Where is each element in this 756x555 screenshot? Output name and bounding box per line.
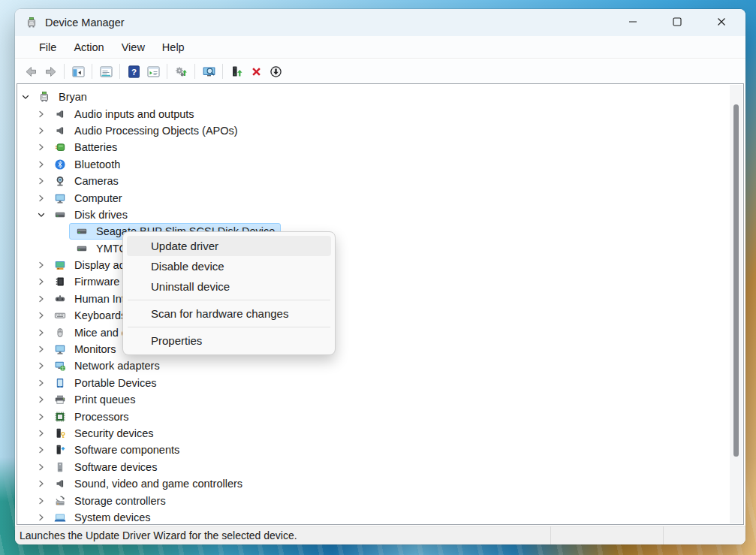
chevron-collapsed-icon[interactable] bbox=[35, 276, 47, 288]
properties-button[interactable] bbox=[96, 62, 116, 81]
toolbar-separator bbox=[167, 64, 167, 79]
chevron-collapsed-icon[interactable] bbox=[35, 427, 47, 439]
disable-device-button[interactable] bbox=[266, 62, 285, 81]
remote-computer-search-button[interactable] bbox=[199, 62, 218, 81]
chevron-collapsed-icon[interactable] bbox=[35, 141, 47, 153]
titlebar[interactable]: Device Manager bbox=[15, 9, 745, 36]
tree-item-content[interactable]: Print queues bbox=[47, 391, 141, 408]
vertical-scrollbar[interactable] bbox=[730, 85, 742, 523]
tree-item-audio-processing-objects-apos[interactable]: Audio Processing Objects (APOs) bbox=[17, 122, 730, 139]
tree-item-disk-drives[interactable]: Disk drives bbox=[17, 207, 730, 223]
tree-item-content[interactable]: Bluetooth bbox=[47, 156, 126, 173]
context-menu-item-uninstall-device[interactable]: Uninstall device bbox=[127, 276, 331, 297]
forward-button[interactable] bbox=[41, 62, 60, 81]
tree-item-security-devices[interactable]: Security devices bbox=[17, 425, 730, 442]
tree-item-software-devices[interactable]: Software devices bbox=[17, 459, 730, 475]
tree-item-content[interactable]: Firmware bbox=[47, 273, 125, 290]
chevron-collapsed-icon[interactable] bbox=[35, 511, 47, 523]
tree-item-content[interactable]: Computer bbox=[47, 190, 128, 207]
tree-item-content[interactable]: Batteries bbox=[47, 139, 123, 155]
update-driver-button[interactable] bbox=[227, 62, 246, 81]
tree-item-content[interactable]: Disk drives bbox=[47, 207, 134, 223]
tree-item-label: Bryan bbox=[59, 91, 87, 103]
chevron-collapsed-icon[interactable] bbox=[35, 192, 47, 204]
tree-item-portable-devices[interactable]: Portable Devices bbox=[17, 375, 730, 391]
tree-item-content[interactable]: Storage controllers bbox=[47, 493, 172, 509]
tree-item-label: Storage controllers bbox=[74, 495, 166, 507]
chevron-collapsed-icon[interactable] bbox=[35, 108, 47, 120]
tree-item-processors[interactable]: Processors bbox=[17, 408, 730, 424]
chevron-collapsed-icon[interactable] bbox=[35, 175, 47, 187]
toolbar: ? bbox=[15, 59, 745, 83]
tree-item-audio-inputs-and-outputs[interactable]: Audio inputs and outputs bbox=[17, 105, 730, 122]
chevron-collapsed-icon[interactable] bbox=[35, 394, 47, 406]
chevron-expanded-icon[interactable] bbox=[20, 91, 32, 103]
menubar: FileActionViewHelp bbox=[15, 36, 745, 59]
tree-item-print-queues[interactable]: Print queues bbox=[17, 391, 730, 408]
menu-separator bbox=[128, 300, 330, 300]
scrollbar-thumb[interactable] bbox=[733, 104, 739, 457]
chevron-collapsed-icon[interactable] bbox=[35, 259, 47, 271]
tree-item-content[interactable]: Audio inputs and outputs bbox=[47, 106, 200, 122]
minimize-button[interactable] bbox=[616, 9, 650, 36]
battery-icon bbox=[54, 141, 66, 153]
chevron-collapsed-icon[interactable] bbox=[35, 309, 47, 321]
chevron-collapsed-icon[interactable] bbox=[35, 327, 47, 339]
action-pane-button[interactable] bbox=[143, 62, 163, 81]
scan-hardware-button[interactable] bbox=[171, 62, 191, 81]
chevron-collapsed-icon[interactable] bbox=[35, 360, 47, 372]
chevron-collapsed-icon[interactable] bbox=[35, 444, 47, 456]
tree-item-network-adapters[interactable]: Network adapters bbox=[17, 357, 730, 374]
tree-item-cameras[interactable]: Cameras bbox=[17, 173, 730, 189]
show-console-tree-button[interactable] bbox=[68, 62, 88, 81]
tree-item-sound-video-and-game-controllers[interactable]: Sound, video and game controllers bbox=[17, 475, 730, 492]
uninstall-icon bbox=[249, 65, 264, 79]
tree-item-content[interactable]: Software components bbox=[47, 442, 185, 458]
context-menu-item-scan-for-hardware-changes[interactable]: Scan for hardware changes bbox=[127, 303, 331, 324]
tree-item-label: Audio inputs and outputs bbox=[74, 108, 194, 120]
tree-item-content[interactable]: Portable Devices bbox=[47, 375, 163, 391]
chevron-collapsed-icon[interactable] bbox=[35, 125, 47, 137]
context-menu-item-update-driver[interactable]: Update driver bbox=[127, 236, 331, 256]
chevron-collapsed-icon[interactable] bbox=[35, 293, 47, 305]
menubar-item-file[interactable]: File bbox=[32, 39, 64, 56]
tree-item-content[interactable]: Software devices bbox=[47, 459, 163, 475]
tree-item-content[interactable]: Cameras bbox=[47, 173, 125, 189]
maximize-button[interactable] bbox=[660, 9, 694, 36]
menubar-item-view[interactable]: View bbox=[114, 39, 152, 56]
tree-item-bluetooth[interactable]: Bluetooth bbox=[17, 156, 730, 173]
chevron-collapsed-icon[interactable] bbox=[35, 158, 47, 170]
tree-item-bryan[interactable]: Bryan bbox=[17, 89, 730, 105]
tree-item-content[interactable]: Network adapters bbox=[47, 357, 166, 374]
tree-item-content[interactable]: Bryan bbox=[32, 89, 93, 105]
tree-item-batteries[interactable]: Batteries bbox=[17, 139, 730, 155]
speaker-icon bbox=[54, 478, 66, 490]
back-button[interactable] bbox=[21, 62, 41, 81]
processor-icon bbox=[54, 411, 66, 423]
chevron-collapsed-icon[interactable] bbox=[35, 377, 47, 389]
help-button[interactable]: ? bbox=[124, 62, 143, 81]
chevron-collapsed-icon[interactable] bbox=[35, 461, 47, 473]
chevron-collapsed-icon[interactable] bbox=[35, 495, 47, 507]
tree-item-software-components[interactable]: Software components bbox=[17, 442, 730, 458]
tree-item-content[interactable]: Sound, video and game controllers bbox=[47, 475, 248, 492]
context-menu-item-properties[interactable]: Properties bbox=[127, 330, 331, 351]
chevron-expanded-icon[interactable] bbox=[35, 209, 47, 221]
close-button[interactable] bbox=[704, 9, 739, 36]
tree-item-content[interactable]: Security devices bbox=[47, 425, 160, 442]
tree-item-storage-controllers[interactable]: Storage controllers bbox=[17, 492, 730, 508]
menubar-item-action[interactable]: Action bbox=[66, 39, 111, 56]
context-menu-item-disable-device[interactable]: Disable device bbox=[127, 256, 331, 276]
tree-item-content[interactable]: Audio Processing Objects (APOs) bbox=[47, 122, 244, 139]
tree-item-content[interactable]: Keyboards bbox=[47, 307, 132, 324]
tree-item-content[interactable]: Processors bbox=[47, 409, 135, 425]
chevron-collapsed-icon[interactable] bbox=[35, 478, 47, 490]
tree-item-system-devices[interactable]: System devices bbox=[17, 509, 730, 524]
tree-item-content[interactable]: System devices bbox=[47, 509, 157, 524]
chevron-collapsed-icon[interactable] bbox=[35, 411, 47, 423]
tree-item-computer[interactable]: Computer bbox=[17, 189, 730, 206]
chevron-collapsed-icon[interactable] bbox=[35, 343, 47, 355]
menubar-item-help[interactable]: Help bbox=[155, 39, 192, 56]
uninstall-device-button[interactable] bbox=[246, 62, 266, 81]
tree-item-content[interactable]: Monitors bbox=[47, 341, 122, 357]
